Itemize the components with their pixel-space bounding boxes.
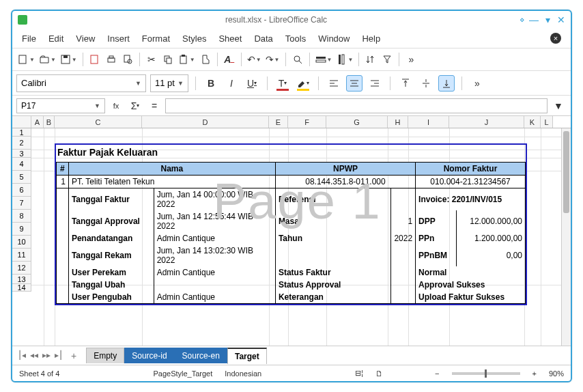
expand-formula-button[interactable]: ▼ <box>550 98 567 114</box>
sheet-tab-target[interactable]: Target <box>227 348 267 364</box>
col-head[interactable]: E <box>269 116 288 128</box>
col-head[interactable]: H <box>388 116 408 128</box>
menu-styles[interactable]: Styles <box>182 33 206 44</box>
print-preview-button[interactable] <box>120 51 135 68</box>
menu-view[interactable]: View <box>76 33 95 44</box>
tab-last-button[interactable]: ▸⎮ <box>55 350 63 361</box>
highlight-color-button[interactable]: ▾ <box>295 75 311 92</box>
zoom-value[interactable]: 90% <box>549 369 564 378</box>
row-head[interactable]: 6 <box>12 184 31 197</box>
col-head[interactable]: C <box>55 116 142 128</box>
zoom-in-button[interactable]: + <box>532 369 537 378</box>
redo-button[interactable]: ↷▼ <box>264 51 281 68</box>
sheet-tab-source-en[interactable]: Source-en <box>175 348 227 363</box>
function-wizard-button[interactable]: fx <box>108 98 124 114</box>
col-head[interactable]: L <box>541 116 553 128</box>
sort-button[interactable] <box>363 51 378 68</box>
autofilter-button[interactable] <box>380 51 395 68</box>
export-pdf-button[interactable] <box>87 51 102 68</box>
col-head[interactable]: J <box>449 116 524 128</box>
row-head[interactable]: 3 <box>12 150 31 158</box>
maximize-button[interactable]: ▾ <box>545 14 550 25</box>
col-head[interactable]: A <box>31 116 44 128</box>
align-top-button[interactable] <box>397 75 414 92</box>
tab-prev-button[interactable]: ◂◂ <box>30 350 38 361</box>
col-head[interactable]: D <box>142 116 269 128</box>
minimize-button[interactable]: — <box>529 14 539 25</box>
row-head[interactable]: 8 <box>12 210 31 223</box>
col-head[interactable]: F <box>288 116 326 128</box>
menu-format[interactable]: Format <box>142 33 170 44</box>
align-left-button[interactable] <box>326 75 342 92</box>
add-sheet-button[interactable]: + <box>71 350 76 361</box>
close-document-button[interactable]: × <box>550 33 561 44</box>
row-head[interactable]: 11 <box>12 249 31 262</box>
tab-first-button[interactable]: ⎮◂ <box>18 350 26 361</box>
clone-formatting-button[interactable] <box>198 51 213 68</box>
row-head[interactable]: 12 <box>12 262 31 275</box>
menu-help[interactable]: Help <box>362 33 380 44</box>
underline-button[interactable]: U▾ <box>244 75 260 92</box>
row-head[interactable]: 1 <box>12 128 31 137</box>
menu-data[interactable]: Data <box>254 33 272 44</box>
menu-edit[interactable]: Edit <box>48 33 63 44</box>
status-signature[interactable]: 🗋 <box>375 369 383 378</box>
row-headers[interactable]: 1 2 3 4 5 6 7 8 9 10 11 12 13 14 <box>12 128 31 292</box>
row-head[interactable]: 13 <box>12 275 31 284</box>
copy-button[interactable] <box>160 51 175 68</box>
status-selection-mode[interactable]: ⊟¦ <box>355 369 363 378</box>
formula-button[interactable]: = <box>146 98 162 114</box>
align-middle-button[interactable] <box>418 75 434 92</box>
col-head[interactable]: G <box>326 116 388 128</box>
zoom-slider[interactable] <box>452 372 520 375</box>
row-head[interactable]: 9 <box>12 223 31 236</box>
sum-button[interactable]: Σ▾ <box>127 98 143 114</box>
row-head[interactable]: 4 <box>12 158 31 171</box>
col-head[interactable]: I <box>408 116 449 128</box>
sheet-tab-source-id[interactable]: Source-id <box>124 348 174 363</box>
print-button[interactable] <box>104 51 119 68</box>
row-button[interactable]: ▼ <box>314 51 334 68</box>
bold-button[interactable]: B <box>203 75 219 92</box>
col-head[interactable]: K <box>524 116 541 128</box>
menu-window[interactable]: Window <box>318 33 350 44</box>
menu-tools[interactable]: Tools <box>285 33 306 44</box>
font-size-combo[interactable]: 11 pt▼ <box>150 74 188 92</box>
close-window-button[interactable]: ✕ <box>557 14 565 25</box>
font-name-combo[interactable]: Calibri▼ <box>16 74 146 92</box>
menu-insert[interactable]: Insert <box>107 33 130 44</box>
find-button[interactable] <box>290 51 305 68</box>
cell-reference-box[interactable]: P17▼ <box>16 98 105 113</box>
italic-button[interactable]: I <box>223 75 240 92</box>
more-format-button[interactable]: » <box>469 75 485 92</box>
col-head[interactable]: B <box>44 116 55 128</box>
zoom-out-button[interactable]: − <box>435 369 439 378</box>
row-head[interactable]: 14 <box>12 284 31 292</box>
save-button[interactable]: ▼ <box>59 51 79 68</box>
align-bottom-button[interactable] <box>438 75 455 92</box>
open-button[interactable]: ▼ <box>38 51 57 68</box>
column-headers[interactable]: A B C D E F G H I J K L <box>12 116 571 128</box>
spreadsheet-area[interactable]: A B C D E F G H I J K L 1 2 3 4 5 6 7 8 … <box>12 116 571 346</box>
undo-button[interactable]: ↶▼ <box>246 51 263 68</box>
align-right-button[interactable] <box>367 75 383 92</box>
vertical-scrollbar[interactable] <box>561 128 571 346</box>
formula-input[interactable] <box>165 98 548 113</box>
more-button[interactable]: » <box>403 51 418 68</box>
clear-formatting-button[interactable]: A⎯ <box>222 51 237 68</box>
paste-button[interactable]: ▼ <box>177 51 197 68</box>
row-head[interactable]: 10 <box>12 236 31 249</box>
select-all-corner[interactable] <box>12 116 31 128</box>
row-head[interactable]: 5 <box>12 171 31 184</box>
menu-sheet[interactable]: Sheet <box>218 33 242 44</box>
align-center-button[interactable] <box>346 75 362 92</box>
row-head[interactable]: 2 <box>12 137 31 150</box>
font-color-button[interactable]: T▾ <box>274 75 291 92</box>
tab-next-button[interactable]: ▸▸ <box>42 350 51 361</box>
new-button[interactable]: ▼ <box>16 51 36 68</box>
cut-button[interactable]: ✂ <box>144 51 159 68</box>
row-head[interactable]: 7 <box>12 197 31 210</box>
column-button[interactable]: ▼ <box>335 51 354 68</box>
sheet-tab-empty[interactable]: Empty <box>86 348 124 363</box>
menu-file[interactable]: File <box>22 33 36 44</box>
